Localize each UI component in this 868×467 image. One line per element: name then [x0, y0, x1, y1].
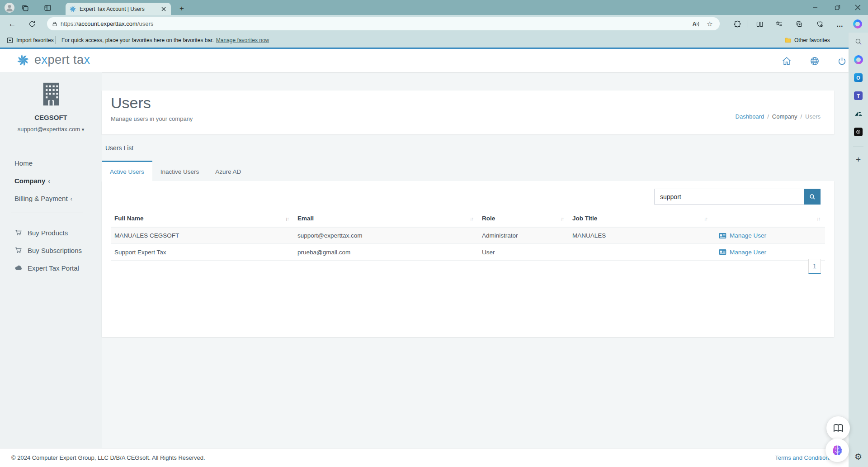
terms-link[interactable]: Terms and Conditions — [775, 454, 832, 461]
url-text: https://account.experttax.com/users — [61, 20, 153, 27]
collections-button[interactable] — [793, 18, 805, 30]
id-card-icon — [719, 249, 726, 255]
power-icon — [837, 56, 847, 67]
teams-icon: T — [854, 91, 863, 100]
brain-icon — [830, 443, 844, 457]
new-tab-button[interactable]: + — [176, 3, 187, 14]
read-aloud-button[interactable]: A — [691, 19, 702, 29]
sidebar-item-portal[interactable]: Expert Tax Portal — [0, 259, 102, 277]
company-card: CEGSOFT support@experttax.com ▾ — [0, 81, 102, 133]
favorites-bar: Import favorites For quick access, place… — [0, 33, 849, 48]
add-favorite-button[interactable]: ☆ — [704, 19, 715, 29]
breadcrumb: Dashboard/Company/Users — [736, 113, 821, 120]
column-full-name[interactable]: Full Name↓↑ — [111, 215, 294, 222]
refresh-button[interactable] — [26, 18, 38, 30]
breadcrumb-dashboard[interactable]: Dashboard — [736, 113, 764, 120]
copilot-icon — [853, 19, 862, 29]
column-role[interactable]: Role↓↑ — [478, 215, 569, 222]
search-button[interactable] — [804, 189, 821, 205]
sidebar-zendesk-button[interactable] — [853, 108, 864, 119]
sidebar-item-buy-subscriptions[interactable]: Buy Subscriptions — [0, 242, 102, 259]
reader-extension-button[interactable] — [826, 416, 850, 440]
url-path: /users — [137, 20, 153, 27]
split-screen-button[interactable] — [754, 18, 765, 30]
sidebar-chatgpt-button[interactable] — [853, 126, 864, 138]
manage-user-link[interactable]: Manage User — [719, 232, 766, 239]
column-email[interactable]: Email↓↑ — [294, 215, 478, 222]
sidebar-item-billing[interactable]: Billing & Payment‹ — [0, 190, 102, 207]
sidebar-settings-button[interactable]: ⚙ — [853, 451, 864, 462]
tab-title: Expert Tax Account | Users — [80, 6, 160, 12]
back-button[interactable]: ← — [6, 18, 18, 30]
building-icon — [40, 81, 62, 107]
copyright-text: © 2024 Computer Expert Group, LLC D/B/A … — [11, 454, 205, 461]
sidebar-search-button[interactable] — [853, 36, 864, 47]
table-row: Support Expert Tax prueba@gmail.com User… — [111, 244, 825, 261]
extensions-button[interactable] — [731, 18, 743, 30]
address-bar[interactable]: https://account.experttax.com/users A ☆ — [47, 17, 720, 30]
pagination-page-1[interactable]: 1 — [808, 259, 821, 274]
back-icon: ← — [9, 19, 16, 29]
tab-inactive-users[interactable]: Inactive Users — [152, 161, 208, 181]
import-favorites-button[interactable]: Import favorites — [6, 33, 54, 48]
tab-close-icon[interactable] — [160, 5, 167, 13]
sort-icon[interactable]: ↓↑ — [285, 216, 290, 221]
plus-icon: + — [179, 4, 184, 13]
users-table: Full Name↓↑ Email↓↑ Role↓↑ Job Title↓↑ ↓… — [111, 210, 825, 261]
sidebar-item-buy-products[interactable]: Buy Products — [0, 224, 102, 242]
home-button[interactable] — [780, 55, 793, 67]
other-favorites-button[interactable]: Other favorites — [784, 33, 830, 48]
vertical-tabs-icon[interactable] — [42, 2, 53, 14]
copilot-button[interactable] — [852, 18, 863, 30]
search-icon — [809, 193, 816, 200]
avatar — [5, 3, 14, 13]
browser-navbar: ← https://account.experttax.com/users A … — [0, 15, 868, 33]
sort-icon[interactable]: ↓↑ — [704, 216, 709, 221]
window-minimize-button[interactable] — [805, 0, 825, 15]
tab-group-icon[interactable] — [19, 2, 31, 14]
browser-essentials-button[interactable] — [814, 18, 826, 30]
star-icon: ☆ — [707, 20, 712, 28]
table-row: MANUALES CEGSOFT support@experttax.com A… — [111, 227, 825, 244]
language-button[interactable] — [808, 55, 821, 67]
settings-more-button[interactable]: … — [834, 18, 846, 30]
account-email-dropdown[interactable]: support@experttax.com ▾ — [0, 126, 102, 133]
sidebar-copilot-button[interactable] — [853, 54, 864, 65]
sidebar-divider-bottom — [853, 446, 863, 446]
sidebar-outlook-button[interactable]: O — [853, 72, 864, 83]
sidebar-section-divider — [11, 213, 83, 213]
page-title: Users — [111, 94, 151, 112]
sidebar-add-button[interactable]: + — [853, 154, 864, 165]
lock-icon — [52, 21, 58, 27]
window-close-button[interactable] — [848, 0, 868, 15]
browser-tab[interactable]: Expert Tax Account | Users — [66, 3, 171, 15]
logo-text: expert tax — [34, 53, 90, 67]
brain-extension-button[interactable] — [826, 438, 849, 462]
search-input[interactable] — [654, 189, 804, 205]
window-restore-button[interactable] — [827, 0, 847, 15]
chatgpt-icon — [854, 128, 863, 136]
cell-full-name: Support Expert Tax — [111, 249, 294, 256]
manage-user-link[interactable]: Manage User — [719, 249, 766, 256]
toolbar-divider — [747, 20, 747, 28]
more-icon: … — [836, 20, 844, 28]
column-job-title[interactable]: Job Title↓↑ — [569, 215, 712, 222]
sort-icon[interactable]: ↓↑ — [470, 216, 475, 221]
tab-active-users[interactable]: Active Users — [102, 161, 152, 181]
manage-favorites-link[interactable]: Manage favorites now — [216, 37, 269, 43]
logout-button[interactable] — [835, 55, 848, 67]
tab-azure-ad[interactable]: Azure AD — [207, 161, 249, 181]
read-aloud-icon: A — [693, 21, 697, 27]
expert-tax-logo[interactable]: expert tax — [16, 53, 90, 67]
sidebar-teams-button[interactable]: T — [853, 90, 864, 101]
sidebar-item-home[interactable]: Home — [0, 154, 102, 172]
browser-profile-button[interactable] — [4, 2, 15, 14]
sort-icon[interactable]: ↓↑ — [816, 216, 821, 221]
favorites-button[interactable] — [773, 18, 785, 30]
folder-icon — [784, 37, 792, 44]
sort-icon[interactable]: ↓↑ — [560, 216, 565, 221]
content-header: Users Manage users in your company Dashb… — [102, 91, 834, 134]
account-email: support@experttax.com — [18, 126, 80, 133]
breadcrumb-users: Users — [805, 113, 821, 120]
sidebar-item-company[interactable]: Company‹ — [0, 172, 102, 190]
